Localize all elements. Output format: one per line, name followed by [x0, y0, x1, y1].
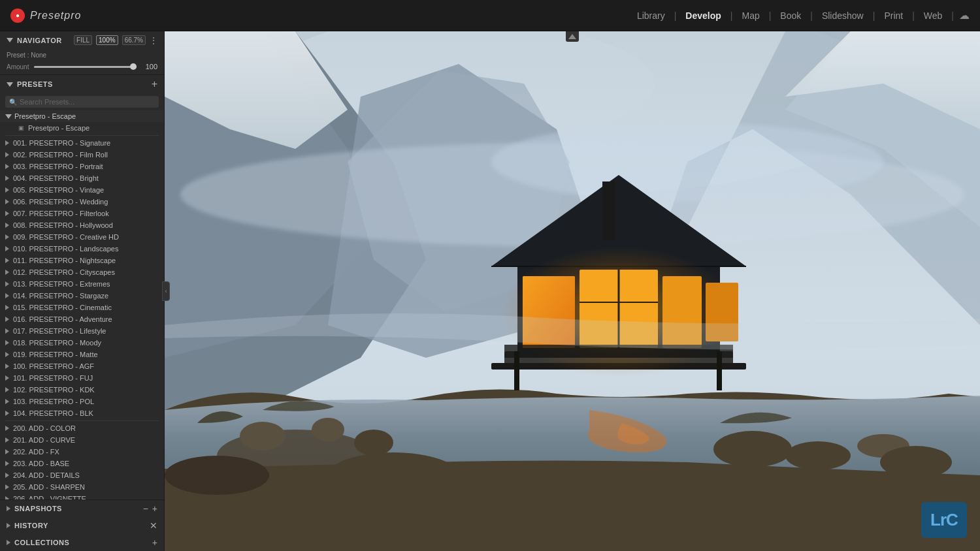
nav-develop[interactable]: Develop [679, 8, 727, 24]
preset-group-101[interactable]: 101. PRESETPRO - FUJ [0, 372, 164, 384]
preset-group-001[interactable]: 001. PRESETPRO - Signature [0, 137, 164, 149]
presets-add-button[interactable]: + [152, 79, 157, 89]
history-close-btn[interactable]: ✕ [150, 521, 157, 530]
group-expand-icon-011 [5, 258, 9, 263]
preset-group-003[interactable]: 003. PRESETPRO - Portrait [0, 161, 164, 172]
history-header[interactable]: History ✕ [0, 517, 164, 534]
nav-sep-6: | [912, 10, 915, 21]
preset-group-006-label: 006. PRESETPRO - Wedding [13, 198, 108, 206]
group-expand-icon-016 [5, 317, 9, 322]
snapshots-header[interactable]: Snapshots − + [0, 500, 164, 517]
preset-group-206[interactable]: 206. ADD - VIGNETTE [0, 493, 164, 499]
group-expand-icon-201 [5, 437, 9, 443]
zoom-67-btn[interactable]: 66.7% [122, 35, 146, 45]
preset-group-015[interactable]: 015. PRESETPRO - Cinematic [0, 302, 164, 313]
preset-group-014[interactable]: 014. PRESETPRO - Stargaze [0, 290, 164, 302]
group-expand-icon-104 [5, 411, 9, 416]
navigator-section: Navigator FILL 100% 66.7% ⋮ Preset : Non… [0, 31, 164, 75]
preset-group-017[interactable]: 017. PRESETPRO - Lifestyle [0, 325, 164, 337]
preset-group-009[interactable]: 009. PRESETPRO - Creative HD [0, 231, 164, 243]
preset-label: Preset : None [7, 52, 46, 59]
presets-list: Presetpro - Escape ▣ Presetpro - Escape … [0, 110, 164, 499]
group-expand-icon-007 [5, 211, 9, 216]
logo-area: ● Presetpro [10, 8, 81, 23]
preset-separator-2 [5, 420, 159, 421]
svg-point-22 [880, 446, 952, 479]
search-input[interactable] [20, 98, 155, 106]
amount-value: 100 [142, 63, 157, 71]
preset-group-006[interactable]: 006. PRESETPRO - Wedding [0, 196, 164, 208]
preset-group-005[interactable]: 005. PRESETPRO - Vintage [0, 184, 164, 196]
preset-group-202[interactable]: 202. ADD - FX [0, 446, 164, 458]
group-expand-icon-010 [5, 246, 9, 251]
preset-group-010[interactable]: 010. PRESETPRO - Landscapes [0, 243, 164, 255]
svg-point-12 [491, 123, 883, 201]
preset-group-100[interactable]: 100. PRESETPRO - AGF [0, 360, 164, 372]
left-panel-collapse-button[interactable]: ‹ [162, 281, 170, 301]
nav-print[interactable]: Print [877, 8, 909, 24]
amount-slider-fill [34, 66, 137, 68]
preset-group-004[interactable]: 004. PRESETPRO - Bright [0, 172, 164, 184]
navigator-header[interactable]: Navigator FILL 100% 66.7% ⋮ [0, 31, 164, 49]
preset-group-100-label: 100. PRESETPRO - AGF [13, 362, 94, 370]
preset-group-011[interactable]: 011. PRESETPRO - Nightscape [0, 255, 164, 266]
group-expand-icon-004 [5, 176, 9, 181]
history-header-left: History [7, 522, 48, 529]
svg-point-14 [165, 456, 269, 495]
collections-title: Collections [14, 539, 69, 546]
preset-group-013[interactable]: 013. PRESETPRO - Extremes [0, 278, 164, 290]
preset-group-201[interactable]: 201. ADD - CURVE [0, 434, 164, 446]
collections-add-btn[interactable]: + [152, 538, 157, 547]
navigator-panel-icon[interactable]: ⋮ [150, 36, 157, 45]
navigator-header-left: Navigator [7, 37, 62, 44]
preset-group-016[interactable]: 016. PRESETPRO - Adventure [0, 313, 164, 325]
group-expand-icon-009 [5, 234, 9, 240]
preset-group-015-label: 015. PRESETPRO - Cinematic [13, 304, 112, 311]
bottom-sections: Snapshots − + History ✕ [0, 499, 164, 551]
preset-folder-escape[interactable]: Presetpro - Escape [0, 110, 164, 122]
collections-header[interactable]: Collections + [0, 534, 164, 551]
preset-group-012[interactable]: 012. PRESETPRO - Cityscapes [0, 266, 164, 278]
preset-group-103[interactable]: 103. PRESETPRO - POL [0, 396, 164, 407]
nav-slideshow[interactable]: Slideshow [815, 8, 870, 24]
svg-point-19 [713, 431, 792, 467]
nav-library[interactable]: Library [630, 8, 672, 24]
snapshots-header-left: Snapshots [7, 505, 62, 512]
cloud-sync-icon[interactable]: ☁ [959, 9, 970, 22]
amount-slider[interactable] [34, 66, 137, 68]
preset-group-205[interactable]: 205. ADD - SHARPEN [0, 481, 164, 493]
preset-group-002[interactable]: 002. PRESETPRO - Film Roll [0, 149, 164, 161]
preset-item-escape[interactable]: ▣ Presetpro - Escape [0, 122, 164, 134]
nav-web[interactable]: Web [917, 8, 949, 24]
zoom-fill-btn[interactable]: FILL [74, 35, 92, 45]
navigator-controls: FILL 100% 66.7% ⋮ [74, 35, 157, 45]
group-expand-icon-102 [5, 387, 9, 392]
preset-group-104[interactable]: 104. PRESETPRO - BLK [0, 407, 164, 419]
nav-sep-1: | [674, 10, 677, 21]
presets-header[interactable]: Presets + [0, 75, 164, 93]
collections-header-left: Collections [7, 539, 69, 546]
preset-group-104-label: 104. PRESETPRO - BLK [13, 409, 93, 417]
group-expand-icon-002 [5, 152, 9, 157]
preset-group-003-label: 003. PRESETPRO - Portrait [13, 163, 103, 170]
snapshots-add-btn[interactable]: + [152, 504, 157, 513]
preset-folder-escape-label: Presetpro - Escape [14, 112, 76, 120]
preset-group-102[interactable]: 102. PRESETPRO - KDK [0, 384, 164, 396]
group-expand-icon-014 [5, 293, 9, 298]
group-expand-icon-012 [5, 270, 9, 275]
top-panel-indicator[interactable] [566, 31, 579, 42]
nav-book[interactable]: Book [774, 8, 808, 24]
preset-group-018[interactable]: 018. PRESETPRO - Moody [0, 337, 164, 349]
snapshots-expand-icon [7, 506, 10, 511]
svg-point-20 [785, 441, 851, 470]
preset-group-019[interactable]: 019. PRESETPRO - Matte [0, 349, 164, 360]
zoom-100-btn[interactable]: 100% [96, 35, 118, 45]
preset-group-008[interactable]: 008. PRESETPRO - Hollywood [0, 219, 164, 231]
preset-group-204[interactable]: 204. ADD - DETAILS [0, 469, 164, 481]
preset-group-203[interactable]: 203. ADD - BASE [0, 458, 164, 469]
snapshots-minus-btn[interactable]: − [143, 504, 148, 513]
group-expand-icon-018 [5, 340, 9, 345]
preset-group-007[interactable]: 007. PRESETPRO - Filterlook [0, 208, 164, 219]
preset-group-200[interactable]: 200. ADD - COLOR [0, 422, 164, 434]
nav-map[interactable]: Map [735, 8, 766, 24]
